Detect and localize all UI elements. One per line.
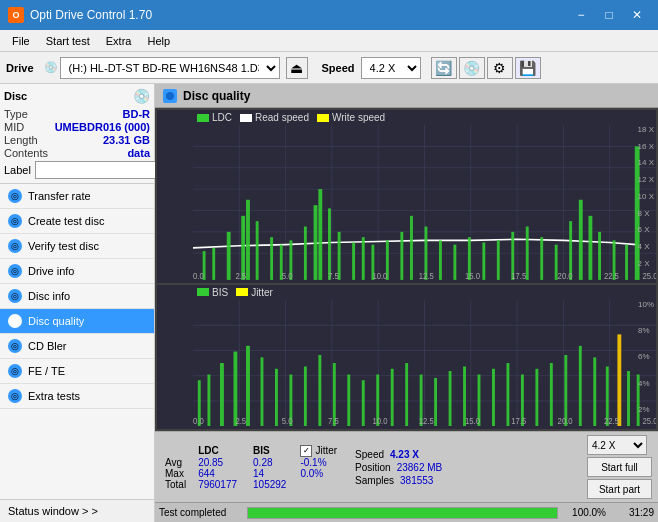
sidebar-item-verify-test-disc[interactable]: ◎ Verify test disc	[0, 234, 154, 259]
transfer-rate-icon: ◎	[8, 189, 22, 203]
maximize-button[interactable]: □	[596, 5, 622, 25]
verify-test-icon: ◎	[8, 239, 22, 253]
sidebar-item-cd-bler[interactable]: ◎ CD Bler	[0, 334, 154, 359]
svg-text:25.0 GB: 25.0 GB	[642, 271, 656, 279]
transfer-rate-label: Transfer rate	[28, 190, 91, 202]
fe-te-icon: ◎	[8, 364, 22, 378]
menu-file[interactable]: File	[4, 33, 38, 49]
status-window-button[interactable]: Status window > >	[0, 499, 154, 522]
toolbar-buttons: 🔄 💿 ⚙ 💾	[431, 57, 541, 79]
progress-fill	[248, 508, 557, 518]
eject-button[interactable]: ⏏	[286, 57, 308, 79]
right-content: Disc quality LDC Read speed	[155, 84, 658, 522]
svg-text:20.0: 20.0	[558, 271, 573, 279]
disc-mid-label: MID	[4, 121, 24, 133]
extra-tests-icon: ◎	[8, 389, 22, 403]
refresh-button[interactable]: 🔄	[431, 57, 457, 79]
right-y-axis-bottom: 10% 8% 6% 4% 2%	[636, 300, 656, 414]
svg-rect-42	[497, 240, 500, 280]
right-y-axis: 18 X 16 X 14 X 12 X 10 X 8 X 6 X 4 X 2 X	[636, 125, 656, 268]
jitter-checkbox[interactable]: ✓	[300, 445, 312, 457]
sidebar: Disc 💿 Type BD-R MID UMEBDR016 (000) Len…	[0, 84, 155, 522]
svg-text:5.0: 5.0	[282, 271, 293, 279]
fe-te-label: FE / TE	[28, 365, 65, 377]
bottom-chart-svg: 20 15 10 5 0.0 2.5 5.0 7.5 10.0 12.5 15.…	[193, 300, 656, 426]
avg-label: Avg	[161, 457, 190, 468]
svg-rect-94	[304, 366, 307, 426]
progress-time: 31:29	[614, 507, 654, 518]
sidebar-item-drive-info[interactable]: ◎ Drive info	[0, 259, 154, 284]
minimize-button[interactable]: −	[568, 5, 594, 25]
svg-text:0.0: 0.0	[193, 271, 204, 279]
disc-label-input[interactable]	[35, 161, 168, 179]
svg-text:7.5: 7.5	[328, 415, 339, 426]
svg-rect-87	[207, 374, 210, 426]
svg-text:17.5: 17.5	[511, 271, 526, 279]
cd-bler-icon: ◎	[8, 339, 22, 353]
sidebar-item-create-test-disc[interactable]: ◎ Create test disc	[0, 209, 154, 234]
svg-rect-32	[362, 237, 365, 280]
legend-jitter: Jitter	[236, 287, 273, 298]
legend-ldc-label: LDC	[212, 112, 232, 123]
svg-rect-111	[550, 363, 553, 426]
save-button[interactable]: 💾	[515, 57, 541, 79]
sidebar-item-fe-te[interactable]: ◎ FE / TE	[0, 359, 154, 384]
speed-info: Speed 4.23 X Position 23862 MB Samples 3…	[355, 449, 442, 486]
sidebar-item-disc-quality[interactable]: ◎ Disc quality	[0, 309, 154, 334]
svg-text:22.5: 22.5	[604, 415, 619, 426]
nav-items: ◎ Transfer rate ◎ Create test disc ◎ Ver…	[0, 184, 154, 409]
avg-bis: 0.28	[245, 457, 294, 468]
legend-bis: BIS	[197, 287, 228, 298]
stats-speed-select[interactable]: 4.2 X	[587, 435, 647, 455]
speed-label: Speed	[322, 62, 355, 74]
disc-length-row: Length 23.31 GB	[4, 134, 150, 146]
top-chart-svg: 700 600 500 400 300 200 100 0.0 2.5 5.0 …	[193, 125, 656, 280]
svg-rect-38	[439, 240, 442, 280]
disc-button[interactable]: 💿	[459, 57, 485, 79]
svg-rect-107	[492, 369, 495, 426]
svg-rect-31	[352, 243, 355, 280]
svg-text:12.5: 12.5	[419, 271, 434, 279]
chart-title: Disc quality	[183, 89, 250, 103]
legend-bis-label: BIS	[212, 287, 228, 298]
sidebar-item-transfer-rate[interactable]: ◎ Transfer rate	[0, 184, 154, 209]
svg-rect-28	[318, 189, 322, 280]
progress-bar	[247, 507, 558, 519]
svg-rect-114	[593, 357, 596, 426]
start-part-button[interactable]: Start part	[587, 479, 652, 499]
speed-select[interactable]: 4.2 X	[361, 57, 421, 79]
svg-text:0.0: 0.0	[193, 415, 204, 426]
legend-jitter-label: Jitter	[251, 287, 273, 298]
disc-icon[interactable]: 💿	[133, 88, 150, 104]
disc-mid-row: MID UMEBDR016 (000)	[4, 121, 150, 133]
svg-text:2.5: 2.5	[235, 415, 246, 426]
settings-button[interactable]: ⚙	[487, 57, 513, 79]
legend-write-speed-label: Write speed	[332, 112, 385, 123]
sidebar-item-extra-tests[interactable]: ◎ Extra tests	[0, 384, 154, 409]
main-content: Disc 💿 Type BD-R MID UMEBDR016 (000) Len…	[0, 84, 658, 522]
svg-rect-113	[579, 346, 582, 426]
svg-rect-27	[314, 205, 318, 280]
svg-rect-100	[391, 369, 394, 426]
drive-info-label: Drive info	[28, 265, 74, 277]
title-bar-left: O Opti Drive Control 1.70	[8, 7, 152, 23]
svg-rect-36	[410, 216, 413, 280]
jitter-color	[236, 288, 248, 296]
svg-text:10.0: 10.0	[372, 415, 387, 426]
svg-rect-95	[318, 355, 321, 426]
svg-rect-45	[540, 237, 543, 280]
top-chart: LDC Read speed Write speed	[157, 110, 656, 283]
menu-start-test[interactable]: Start test	[38, 33, 98, 49]
svg-text:15.0: 15.0	[465, 415, 480, 426]
start-full-button[interactable]: Start full	[587, 457, 652, 477]
svg-text:17.5: 17.5	[511, 415, 526, 426]
read-speed-color	[240, 114, 252, 122]
close-button[interactable]: ✕	[624, 5, 650, 25]
drive-select[interactable]: (H:) HL-DT-ST BD-RE WH16NS48 1.D3	[60, 57, 280, 79]
menu-help[interactable]: Help	[139, 33, 178, 49]
menu-extra[interactable]: Extra	[98, 33, 140, 49]
svg-rect-41	[482, 243, 485, 280]
total-bis: 105292	[245, 479, 294, 490]
svg-text:10.0: 10.0	[372, 271, 387, 279]
sidebar-item-disc-info[interactable]: ◎ Disc info	[0, 284, 154, 309]
